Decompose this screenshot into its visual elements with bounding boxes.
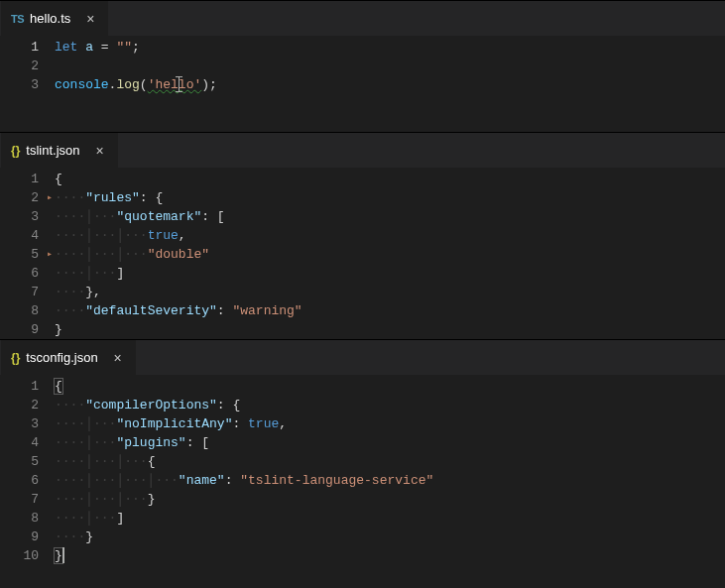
line-number-gutter: 123 — [0, 38, 55, 132]
line-number: 2▸ — [0, 188, 39, 207]
typescript-file-icon: TS — [11, 13, 24, 25]
code-token: } — [85, 529, 93, 544]
code-line[interactable]: ····│···│···"double" — [55, 245, 725, 264]
code-line[interactable]: ····│···│···{ — [55, 452, 725, 471]
code-line[interactable]: } — [55, 320, 725, 339]
code-token: ····│···│··· — [55, 454, 148, 469]
code-token: ; — [132, 40, 140, 55]
code-token: "double" — [148, 247, 209, 262]
code-line[interactable]: ····"defaultSeverity": "warning" — [55, 301, 725, 320]
code-token: ] — [116, 511, 124, 526]
code-line[interactable]: console.log('hello'); — [55, 75, 725, 94]
close-icon[interactable]: × — [110, 350, 126, 366]
code-token: ····│···│···│··· — [55, 473, 179, 488]
code-token: "quotemark" — [116, 209, 201, 224]
code-line[interactable] — [55, 94, 725, 113]
code-line[interactable]: ····} — [55, 528, 725, 546]
code-token: ····│··· — [55, 511, 116, 526]
code-line[interactable]: ····}, — [55, 283, 725, 301]
code-line[interactable]: ····│···] — [55, 264, 725, 283]
tab-bar: {}tslint.json× — [0, 133, 725, 168]
code-token: "rules" — [85, 190, 140, 205]
line-number-gutter: 12▸345▸6789 — [0, 170, 55, 339]
code-token: ] — [116, 266, 124, 281]
code-token: "" — [116, 40, 132, 55]
code-line[interactable]: let a = ""; — [55, 38, 725, 57]
code-token: true — [148, 228, 179, 243]
line-number-gutter: 12345678910 — [0, 377, 55, 565]
line-number: 1 — [0, 38, 39, 57]
code-area[interactable]: {····"rules": {····│···"quotemark": [···… — [55, 170, 725, 339]
tab-bar: TShello.ts× — [0, 1, 725, 36]
line-number: 2 — [0, 57, 39, 75]
line-number: 10 — [0, 546, 39, 565]
editor-pane: {}tsconfig.json×12345678910{····"compile… — [0, 339, 725, 565]
code-line[interactable]: } — [55, 546, 725, 565]
editor-tab[interactable]: {}tsconfig.json× — [0, 340, 137, 375]
code-token: : — [217, 398, 233, 412]
line-number: 7 — [0, 283, 39, 301]
line-number: 4 — [0, 433, 39, 452]
line-number: 1 — [0, 377, 39, 396]
editor-tab[interactable]: {}tslint.json× — [0, 133, 119, 168]
code-line[interactable] — [55, 113, 725, 132]
line-number: 3 — [0, 75, 39, 94]
code-line[interactable]: ····"compilerOptions": { — [55, 396, 725, 414]
code-line[interactable]: { — [55, 377, 725, 396]
code-line[interactable]: ····│···] — [55, 509, 725, 528]
code-editor[interactable]: 12345678910{····"compilerOptions": {····… — [0, 375, 725, 565]
code-token: [ — [201, 435, 209, 450]
code-token: a — [85, 40, 93, 55]
code-line[interactable] — [55, 57, 725, 75]
code-token: } — [85, 285, 93, 299]
line-number: 6 — [0, 264, 39, 283]
line-number: 9 — [0, 320, 39, 339]
code-line[interactable]: ····│···"plugins": [ — [55, 433, 725, 452]
code-token: : — [186, 435, 202, 450]
fold-arrow-icon[interactable]: ▸ — [47, 188, 53, 207]
code-token: ···· — [55, 190, 85, 205]
code-token: true — [248, 416, 279, 431]
code-token: , — [279, 416, 287, 431]
editor-tab[interactable]: TShello.ts× — [0, 1, 109, 36]
code-token: ···· — [55, 303, 85, 318]
code-token: ···· — [55, 285, 85, 299]
code-token: 'hello' — [148, 77, 202, 92]
code-token: } — [55, 322, 62, 337]
line-number: 5 — [0, 452, 39, 471]
code-token: "warning" — [232, 303, 302, 318]
code-editor[interactable]: 12▸345▸6789{····"rules": {····│···"quote… — [0, 168, 725, 339]
editor-pane: {}tslint.json×12▸345▸6789{····"rules": {… — [0, 132, 725, 339]
code-token: ····│··· — [55, 416, 116, 431]
tab-bar: {}tsconfig.json× — [0, 340, 725, 375]
line-number: 5▸ — [0, 245, 39, 264]
code-line[interactable]: ····│···│···} — [55, 490, 725, 509]
code-token: "noImplicitAny" — [116, 416, 232, 431]
code-token: "defaultSeverity" — [85, 303, 217, 318]
code-area[interactable]: let a = "";console.log('hello'); — [55, 38, 725, 132]
line-number: 9 — [0, 528, 39, 546]
code-token: let — [55, 40, 85, 55]
code-token: ···· — [55, 529, 85, 544]
close-icon[interactable]: × — [82, 11, 98, 27]
code-line[interactable]: ····│···│···│···"name": "tslint-language… — [55, 471, 725, 490]
code-token: { — [232, 398, 240, 412]
code-line[interactable]: ····│···"quotemark": [ — [55, 207, 725, 226]
code-token: log — [116, 77, 139, 92]
line-number: 8 — [0, 509, 39, 528]
code-token: : — [217, 303, 233, 318]
code-area[interactable]: {····"compilerOptions": {····│···"noImpl… — [55, 377, 725, 565]
line-number: 3 — [0, 414, 39, 433]
code-token: { — [148, 454, 156, 469]
code-token: console — [55, 77, 109, 92]
code-line[interactable]: ····│···"noImplicitAny": true, — [55, 414, 725, 433]
code-editor[interactable]: 123let a = "";console.log('hello'); — [0, 36, 725, 132]
code-token: ····│···│··· — [55, 492, 148, 507]
tab-filename: tslint.json — [26, 143, 79, 158]
code-line[interactable]: ····"rules": { — [55, 188, 725, 207]
code-line[interactable]: { — [55, 170, 725, 188]
fold-arrow-icon[interactable]: ▸ — [47, 245, 53, 264]
close-icon[interactable]: × — [92, 143, 108, 159]
code-token: ···· — [55, 398, 85, 412]
code-line[interactable]: ····│···│···true, — [55, 226, 725, 245]
